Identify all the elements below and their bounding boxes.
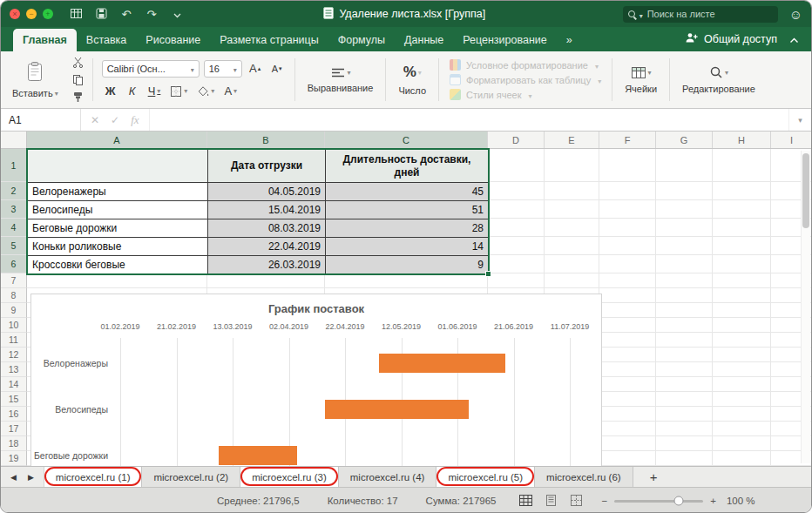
cell-D5[interactable] <box>488 237 545 255</box>
row-header-1[interactable]: 1 <box>1 149 27 182</box>
insert-function-icon[interactable]: fx <box>131 113 139 127</box>
cell-H1[interactable] <box>713 149 771 182</box>
table-header-date[interactable]: Дата отгрузки <box>208 150 326 183</box>
row-header-15[interactable]: 15 <box>1 392 27 407</box>
column-header-I[interactable]: I <box>771 132 811 148</box>
prev-sheet-icon[interactable]: ◀ <box>10 473 17 482</box>
table-cell-days[interactable]: 28 <box>326 219 489 238</box>
cell-G16[interactable] <box>656 407 713 422</box>
tab-draw[interactable]: Рисование <box>136 29 210 51</box>
bold-button[interactable]: Ж <box>102 83 119 100</box>
tab-data[interactable]: Данные <box>395 29 453 51</box>
alignment-group[interactable]: Выравнивание <box>298 53 383 106</box>
borders-button[interactable] <box>167 83 190 100</box>
cell-G1[interactable] <box>656 149 713 182</box>
cell-H10[interactable] <box>713 318 771 333</box>
table-cell-days[interactable]: 14 <box>326 238 489 256</box>
cell-G17[interactable] <box>656 422 713 436</box>
cell-F6[interactable] <box>599 255 656 273</box>
search-scope-chevron-icon[interactable] <box>639 6 643 22</box>
editing-group[interactable]: Редактирование <box>673 53 765 106</box>
cell-H15[interactable] <box>713 392 771 407</box>
row-header-6[interactable]: 6 <box>1 255 27 273</box>
number-group[interactable]: % Число <box>389 53 436 106</box>
cell-G5[interactable] <box>656 237 713 255</box>
cell-H17[interactable] <box>713 422 771 436</box>
cell-C7[interactable] <box>325 273 488 288</box>
cell-B7[interactable] <box>207 273 325 288</box>
cell-F10[interactable] <box>599 318 656 333</box>
confirm-icon[interactable]: ✓ <box>111 114 119 126</box>
cell-G13[interactable] <box>656 362 713 377</box>
cell-E4[interactable] <box>545 219 599 237</box>
table-cell-date[interactable]: 26.03.2019 <box>208 256 326 274</box>
cell-F16[interactable] <box>599 407 656 422</box>
zoom-slider-thumb[interactable] <box>673 496 683 506</box>
table-cell-name[interactable]: Велосипеды <box>28 201 208 219</box>
cell-E5[interactable] <box>545 237 599 255</box>
cell-F12[interactable] <box>599 348 656 362</box>
cell-F13[interactable] <box>599 362 656 377</box>
tab-layout[interactable]: Разметка страницы <box>210 29 328 51</box>
table-cell-date[interactable]: 08.03.2019 <box>208 219 326 238</box>
gantt-chart[interactable]: График поставок 01.02.201921.02.201913.0… <box>30 294 602 466</box>
save-icon[interactable] <box>91 8 111 21</box>
cell-H14[interactable] <box>713 377 771 392</box>
table-cell-name[interactable]: Велоренажеры <box>28 183 208 201</box>
column-header-F[interactable]: F <box>599 132 656 148</box>
column-header-H[interactable]: H <box>713 132 771 148</box>
table-cell-days[interactable]: 45 <box>326 183 489 201</box>
table-cell-days[interactable]: 51 <box>326 201 489 219</box>
style-button-0[interactable]: Условное форматирование <box>450 59 601 71</box>
cell-G2[interactable] <box>656 182 713 200</box>
column-header-E[interactable]: E <box>545 132 599 148</box>
redo-icon[interactable]: ↷ <box>142 9 161 20</box>
increase-font-button[interactable]: A▴ <box>247 60 264 78</box>
cell-H7[interactable] <box>713 273 771 288</box>
paste-button[interactable]: Вставить <box>4 53 66 106</box>
cell-E3[interactable] <box>545 200 599 219</box>
cell-F3[interactable] <box>599 200 656 219</box>
cells-group[interactable]: Ячейки <box>615 53 667 106</box>
cell-H5[interactable] <box>713 237 771 255</box>
font-size-combo[interactable]: 16 <box>204 60 242 78</box>
tab-formulas[interactable]: Формулы <box>328 29 395 51</box>
cell-F7[interactable] <box>599 273 656 288</box>
select-all-corner[interactable] <box>1 132 27 148</box>
sheet-tab-3[interactable]: microexcel.ru (3) <box>240 467 339 487</box>
cell-H8[interactable] <box>713 288 771 303</box>
row-header-8[interactable]: 8 <box>1 288 27 303</box>
row-header-16[interactable]: 16 <box>1 407 27 422</box>
column-header-G[interactable]: G <box>656 132 713 148</box>
formula-bar-expand-chevron-icon[interactable] <box>788 109 811 131</box>
page-break-view-icon[interactable] <box>570 495 583 508</box>
cell-D6[interactable] <box>488 255 545 273</box>
cell-G15[interactable] <box>656 392 713 407</box>
sheet-tab-6[interactable]: microexcel.ru (6) <box>535 467 633 487</box>
sheet-search-box[interactable] <box>623 6 778 23</box>
cell-G12[interactable] <box>656 348 713 362</box>
view-grid-icon[interactable] <box>66 9 85 20</box>
chart-bar[interactable] <box>379 354 505 373</box>
style-button-1[interactable]: Форматировать как таблицу <box>450 74 601 85</box>
minimize-button[interactable] <box>26 9 37 19</box>
sheet-tab-2[interactable]: microexcel.ru (2) <box>142 467 240 487</box>
cell-G10[interactable] <box>656 318 713 333</box>
sheet-tab-1[interactable]: microexcel.ru (1) <box>44 467 143 487</box>
sheet-tab-5[interactable]: microexcel.ru (5) <box>436 467 535 487</box>
table-cell-name[interactable]: Кроссовки беговые <box>28 256 208 274</box>
table-cell-name[interactable]: Коньки роликовые <box>28 238 208 256</box>
chart-bar[interactable] <box>219 446 297 465</box>
cell-F5[interactable] <box>599 237 656 255</box>
cell-F2[interactable] <box>599 182 656 200</box>
font-color-button[interactable]: А <box>221 83 240 100</box>
column-header-D[interactable]: D <box>488 132 545 148</box>
cell-H9[interactable] <box>713 303 771 318</box>
chart-bar[interactable] <box>325 400 468 419</box>
search-input[interactable] <box>647 9 750 19</box>
cell-F15[interactable] <box>599 392 656 407</box>
vertical-scrollbar[interactable] <box>801 151 810 463</box>
share-button[interactable]: Общий доступ <box>685 32 777 46</box>
row-header-14[interactable]: 14 <box>1 377 27 392</box>
cell-F8[interactable] <box>599 288 656 303</box>
